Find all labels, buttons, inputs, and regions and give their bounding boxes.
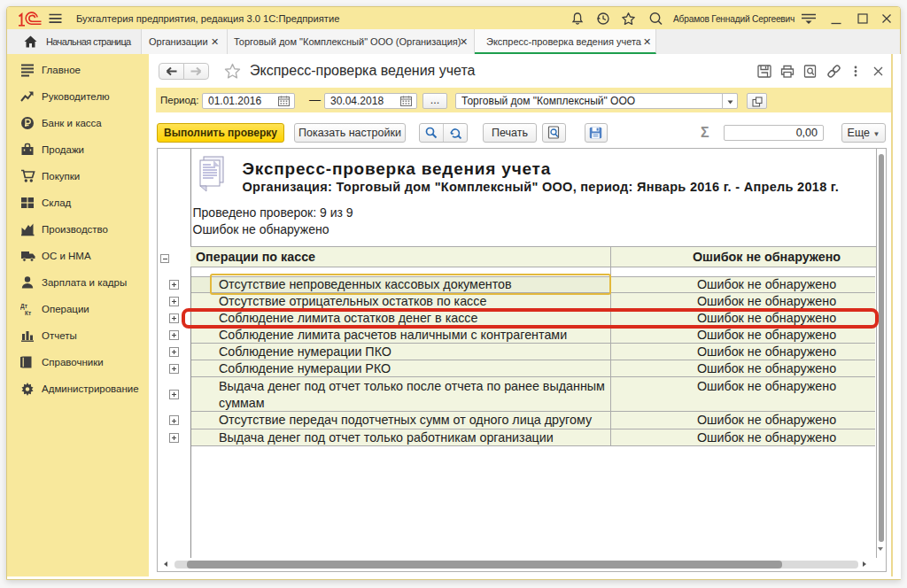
svg-text:Кт: Кт	[25, 310, 31, 316]
